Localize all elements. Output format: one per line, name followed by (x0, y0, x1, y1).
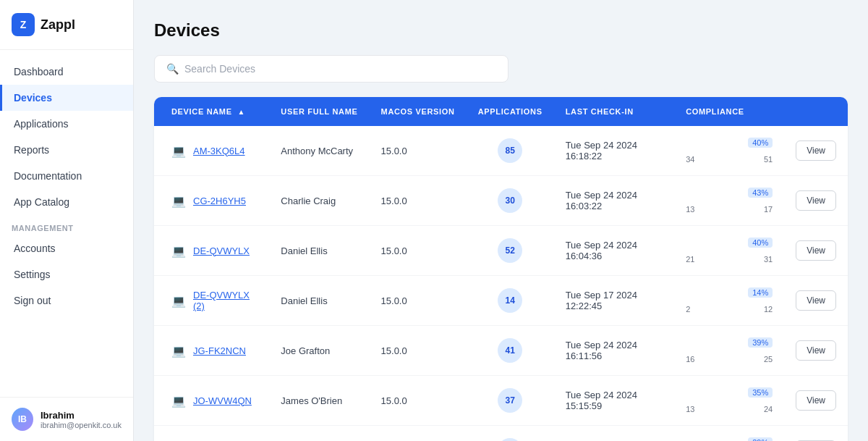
user-full-name-cell: Michael Thomson (269, 426, 369, 442)
table-row: 💻 DE-QVWYLX Daniel Ellis 15.0.0 52 Tue S… (154, 226, 848, 276)
device-name-cell: 💻 CG-2H6YH5 (154, 176, 269, 226)
compliance-percentage: 40% (748, 238, 773, 248)
applications-cell: 52 (467, 226, 554, 276)
device-name-link[interactable]: JG-FK2NCN (193, 345, 246, 356)
sidebar-item-devices[interactable]: Devices (0, 85, 133, 111)
macos-version-cell: 15.0.0 (370, 176, 467, 226)
compliance-ok-count: 13 (686, 405, 694, 413)
view-button[interactable]: View (796, 240, 836, 261)
device-name-cell: 💻 JG-FK2NCN (154, 326, 269, 376)
laptop-icon: 💻 (171, 294, 186, 308)
sidebar-item-settings[interactable]: Settings (0, 261, 133, 287)
compliance-cell: 40% 21 31 (674, 226, 784, 276)
action-cell: View (784, 326, 848, 376)
sidebar-item-dashboard[interactable]: Dashboard (0, 59, 133, 85)
macos-version-cell: 15.0.0 (370, 376, 467, 426)
macos-version-cell: 15.0.0 (370, 276, 467, 326)
applications-cell: 41 (467, 326, 554, 376)
view-button[interactable]: View (796, 390, 836, 411)
app-count-badge: 30 (498, 188, 522, 213)
logo-text: Zappl (41, 17, 75, 33)
table-row: 💻 DE-QVWYLX (2) Daniel Ellis 15.0.0 14 T… (154, 276, 848, 326)
compliance-total-count: 12 (764, 305, 773, 314)
search-bar: 🔍 (154, 55, 509, 83)
compliance-ok-count: 21 (686, 255, 694, 264)
main-content: Devices 🔍 DEVICE NAME ▲ USER FULL NAME M… (134, 0, 868, 441)
macos-version-cell: 15.0.0 (370, 226, 467, 276)
action-cell: View (784, 426, 848, 442)
compliance-numbers: 2 12 (686, 305, 773, 314)
logo-icon: Z (12, 13, 35, 36)
sidebar-logo: Z Zappl (0, 0, 133, 50)
compliance-total-count: 24 (764, 405, 773, 413)
user-full-name-cell: Joe Grafton (269, 326, 369, 376)
compliance-percentage: 40% (748, 138, 773, 148)
user-full-name-cell: Anthony McCarty (269, 126, 369, 176)
app-count-badge: 44 (498, 438, 522, 441)
device-name-cell: 💻 DE-QVWYLX (2) (154, 276, 269, 326)
app-count-badge: 41 (498, 338, 522, 363)
action-cell: View (784, 226, 848, 276)
action-cell: View (784, 176, 848, 226)
device-name-cell: 💻 JO-WVW4QN (154, 376, 269, 426)
col-last-check-in: LAST CHECK-IN (554, 97, 675, 126)
action-cell: View (784, 276, 848, 326)
compliance-cell: 40% 34 51 (674, 126, 784, 176)
device-name-cell: 💻 MT-71P4PT (154, 426, 269, 442)
app-count-badge: 52 (498, 238, 522, 263)
table-row: 💻 AM-3KQ6L4 Anthony McCarty 15.0.0 85 Tu… (154, 126, 848, 176)
compliance-numbers: 16 25 (686, 355, 773, 364)
col-applications: APPLICATIONS (467, 97, 554, 126)
sidebar-item-sign-out[interactable]: Sign out (0, 287, 133, 314)
search-input[interactable] (184, 63, 496, 75)
col-device-name: DEVICE NAME ▲ (154, 97, 269, 126)
compliance-numbers: 13 24 (686, 405, 773, 413)
last-check-in-cell: Tue Sep 17 2024 12:22:45 (554, 276, 675, 326)
device-name-link[interactable]: JO-WVW4QN (193, 395, 252, 406)
app-count-badge: 14 (498, 288, 522, 313)
view-button[interactable]: View (796, 290, 836, 311)
last-check-in-cell: Tue Sep 24 2024 16:11:56 (554, 326, 675, 376)
col-macos-version: MACOS VERSION (370, 97, 467, 126)
sidebar-item-app-catalog[interactable]: App Catalog (0, 189, 133, 215)
device-name-link[interactable]: DE-QVWYLX (193, 245, 250, 256)
device-name-link[interactable]: AM-3KQ6L4 (193, 146, 245, 156)
compliance-cell: 43% 13 17 (674, 176, 784, 226)
devices-table-container: DEVICE NAME ▲ USER FULL NAME MACOS VERSI… (154, 97, 848, 441)
compliance-numbers: 13 17 (686, 205, 773, 214)
compliance-percentage: 39% (748, 337, 773, 348)
devices-table: DEVICE NAME ▲ USER FULL NAME MACOS VERSI… (154, 97, 848, 441)
sidebar-item-applications[interactable]: Applications (0, 111, 133, 137)
action-cell: View (784, 376, 848, 426)
last-check-in-cell: Tue Sep 24 2024 16:03:22 (554, 176, 675, 226)
applications-cell: 37 (467, 376, 554, 426)
table-row: 💻 MT-71P4PT Michael Thomson 15.0.0 44 Tu… (154, 426, 848, 442)
view-button[interactable]: View (796, 190, 836, 211)
last-check-in-cell: Tue Sep 24 2024 15:15:59 (554, 376, 675, 426)
device-name-link[interactable]: DE-QVWYLX (2) (193, 290, 258, 311)
action-cell: View (784, 126, 848, 176)
compliance-ok-count: 2 (686, 305, 690, 314)
macos-version-cell: 15.0.0 (370, 126, 467, 176)
user-full-name-cell: Daniel Ellis (269, 276, 369, 326)
applications-cell: 14 (467, 276, 554, 326)
avatar: IB (12, 408, 33, 431)
sidebar-item-accounts[interactable]: Accounts (0, 235, 133, 261)
view-button[interactable]: View (796, 140, 836, 161)
device-name-cell: 💻 AM-3KQ6L4 (154, 126, 269, 176)
view-button[interactable]: View (796, 340, 836, 361)
management-label: Management (0, 215, 133, 235)
device-name-link[interactable]: CG-2H6YH5 (193, 196, 246, 206)
device-name-cell: 💻 DE-QVWYLX (154, 226, 269, 276)
user-full-name-cell: Charlie Craig (269, 176, 369, 226)
col-compliance: COMPLIANCE (674, 97, 784, 126)
sidebar-item-documentation[interactable]: Documentation (0, 163, 133, 189)
laptop-icon: 💻 (171, 244, 186, 258)
sidebar-item-reports[interactable]: Reports (0, 137, 133, 163)
applications-cell: 44 (467, 426, 554, 442)
compliance-numbers: 34 51 (686, 155, 773, 164)
compliance-cell: 39% 16 25 (674, 326, 784, 376)
footer-email: ibrahim@openkit.co.uk (41, 421, 122, 429)
compliance-percentage: 43% (748, 188, 773, 198)
compliance-percentage: 35% (748, 387, 773, 398)
